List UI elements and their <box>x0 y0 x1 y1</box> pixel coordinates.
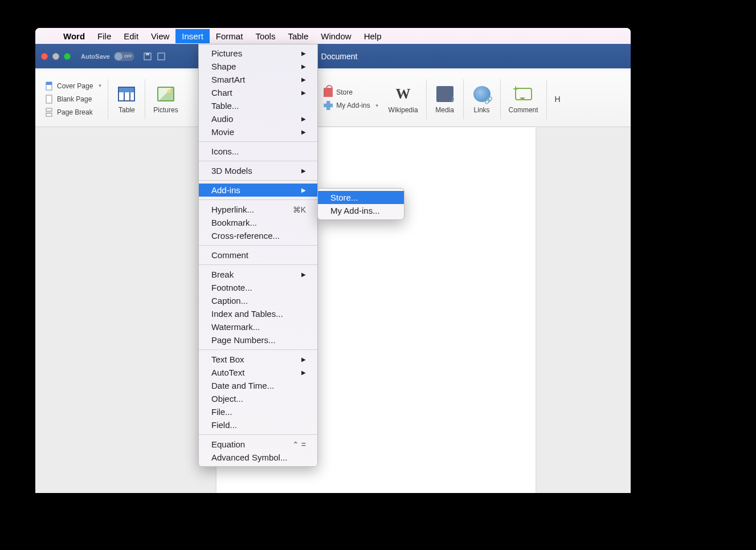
menubar-table[interactable]: Table <box>281 29 314 43</box>
qa-icon[interactable] <box>156 51 166 62</box>
menubar-help[interactable]: Help <box>358 29 388 43</box>
menu-item-label: Add-ins <box>211 185 240 195</box>
media-button[interactable]: Media <box>429 82 461 116</box>
window-close-button[interactable] <box>41 53 48 60</box>
menu-item-file[interactable]: File... <box>199 405 317 418</box>
menu-item-autotext[interactable]: AutoText▶ <box>199 366 317 379</box>
menu-separator <box>199 245 317 246</box>
menu-item-label: Field... <box>211 420 237 430</box>
menu-item-shape[interactable]: Shape▶ <box>199 60 317 73</box>
page-break-icon <box>44 108 54 117</box>
menu-item-3d-models[interactable]: 3D Models▶ <box>199 164 317 177</box>
menu-item-label: AutoText <box>211 368 244 377</box>
window-maximize-button[interactable] <box>64 53 71 60</box>
wikipedia-button[interactable]: W Wikipedia <box>383 82 424 116</box>
qa-save-icon[interactable] <box>142 51 153 62</box>
autosave-toggle[interactable]: AutoSave OFF <box>81 52 134 61</box>
my-addins-button[interactable]: My Add-ins▼ <box>324 100 379 111</box>
menubar-window[interactable]: Window <box>314 29 357 43</box>
menu-item-footnote[interactable]: Footnote... <box>199 281 317 294</box>
store-button[interactable]: Store <box>324 87 353 97</box>
menu-item-caption[interactable]: Caption... <box>199 294 317 307</box>
titlebar: AutoSave OFF Document <box>35 44 631 68</box>
insert-menu-dropdown: Pictures▶Shape▶SmartArt▶Chart▶Table...Au… <box>198 44 318 467</box>
comment-button[interactable]: Comment <box>503 82 544 116</box>
menu-item-label: 3D Models <box>211 166 252 176</box>
ribbon-separator <box>145 79 145 119</box>
menu-item-bookmark[interactable]: Bookmark... <box>199 216 317 229</box>
menu-separator <box>199 199 317 200</box>
menubar-insert[interactable]: Insert <box>175 29 210 43</box>
svg-rect-2 <box>158 53 165 60</box>
media-icon <box>436 86 453 102</box>
submenu-arrow-icon: ▶ <box>301 116 306 122</box>
menu-item-hyperlink[interactable]: Hyperlink...⌘K <box>199 203 317 216</box>
menu-item-table[interactable]: Table... <box>199 99 317 112</box>
menu-item-label: Page Numbers... <box>211 335 276 345</box>
submenu-item-my-add-ins[interactable]: My Add-ins... <box>318 204 404 217</box>
menu-item-label: Advanced Symbol... <box>211 453 287 462</box>
menu-item-label: Break <box>211 270 234 279</box>
menu-separator <box>199 141 317 142</box>
menu-item-label: Audio <box>211 114 233 124</box>
menu-item-audio[interactable]: Audio▶ <box>199 112 317 125</box>
menu-shortcut: ⌃ = <box>292 440 306 449</box>
menu-item-page-numbers[interactable]: Page Numbers... <box>199 333 317 347</box>
menu-item-comment[interactable]: Comment <box>199 248 317 262</box>
table-icon <box>118 87 135 101</box>
menubar-edit[interactable]: Edit <box>117 29 145 43</box>
menu-separator <box>199 161 317 161</box>
links-icon <box>473 86 491 102</box>
menu-item-cross-reference[interactable]: Cross-reference... <box>199 229 317 242</box>
window-minimize-button[interactable] <box>52 53 59 60</box>
blank-page-button[interactable]: Blank Page <box>44 94 92 104</box>
blank-page-icon <box>44 95 54 104</box>
submenu-arrow-icon: ▶ <box>301 356 306 362</box>
ribbon-separator <box>463 79 464 119</box>
menu-item-field[interactable]: Field... <box>199 418 317 431</box>
menubar-file[interactable]: File <box>91 29 117 43</box>
menu-item-text-box[interactable]: Text Box▶ <box>199 353 317 366</box>
menu-item-label: Caption... <box>211 296 248 305</box>
menubar-tools[interactable]: Tools <box>249 29 281 43</box>
menu-item-add-ins[interactable]: Add-ins▶ <box>199 184 317 197</box>
page-break-button[interactable]: Page Break <box>44 107 93 117</box>
menu-item-smartart[interactable]: SmartArt▶ <box>199 73 317 86</box>
ribbon-group-pages: Cover Page▼ Blank Page Page Break <box>41 71 105 127</box>
submenu-item-store[interactable]: Store... <box>318 191 404 204</box>
links-button[interactable]: Links <box>466 82 498 116</box>
menubar-view[interactable]: View <box>145 29 175 43</box>
menu-item-break[interactable]: Break▶ <box>199 268 317 281</box>
ribbon-separator <box>108 79 108 119</box>
menu-separator <box>199 264 317 265</box>
menu-item-label: Table... <box>211 101 239 111</box>
menu-item-icons[interactable]: Icons... <box>199 145 317 158</box>
ribbon-overflow[interactable]: H <box>549 92 561 106</box>
svg-rect-6 <box>46 108 52 111</box>
addins-icon <box>324 101 333 110</box>
svg-rect-7 <box>46 113 52 116</box>
menu-item-watermark[interactable]: Watermark... <box>199 320 317 333</box>
menu-item-chart[interactable]: Chart▶ <box>199 86 317 99</box>
menu-item-advanced-symbol[interactable]: Advanced Symbol... <box>199 451 317 464</box>
menu-item-equation[interactable]: Equation⌃ = <box>199 438 317 451</box>
menu-item-label: Bookmark... <box>211 218 257 227</box>
menu-item-movie[interactable]: Movie▶ <box>199 125 317 138</box>
menu-item-label: Pictures <box>211 48 242 58</box>
cover-page-icon <box>44 82 54 91</box>
cover-page-button[interactable]: Cover Page▼ <box>44 81 102 91</box>
menu-separator <box>199 349 317 350</box>
menubar-format[interactable]: Format <box>210 29 250 43</box>
menu-item-index-and-tables[interactable]: Index and Tables... <box>199 307 317 320</box>
menu-item-label: Movie <box>211 127 234 137</box>
menubar-app-name[interactable]: Word <box>57 29 91 43</box>
menu-item-date-and-time[interactable]: Date and Time... <box>199 379 317 392</box>
submenu-item-label: Store... <box>330 193 358 202</box>
app-window: Word File Edit View Insert Format Tools … <box>35 28 631 493</box>
ribbon: Cover Page▼ Blank Page Page Break Table … <box>35 71 631 127</box>
table-button[interactable]: Table <box>111 82 142 116</box>
menu-item-pictures[interactable]: Pictures▶ <box>199 47 317 60</box>
pictures-button[interactable]: Pictures <box>148 82 183 116</box>
ribbon-separator <box>546 79 547 119</box>
menu-item-object[interactable]: Object... <box>199 392 317 405</box>
